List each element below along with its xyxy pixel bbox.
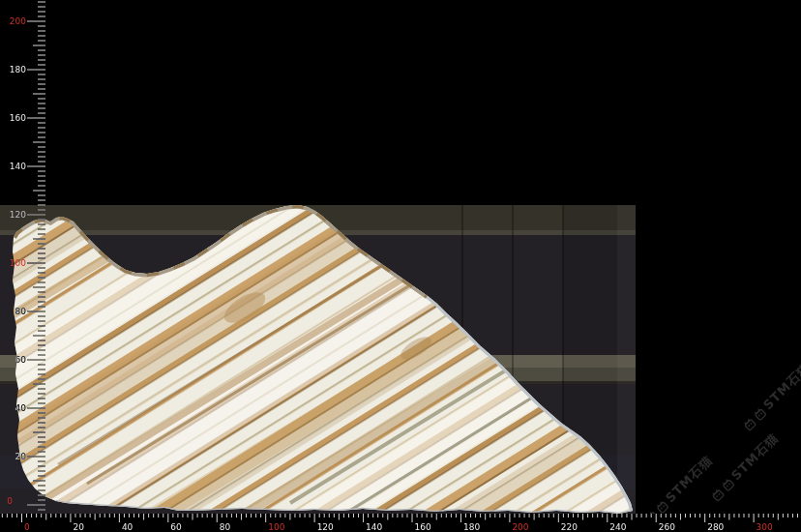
- bed-band-low: [0, 455, 636, 489]
- watermark-text: STM石猫: [759, 359, 801, 414]
- bottom-ruler-strip: [0, 514, 801, 532]
- watermark-text: STM石猫: [727, 429, 783, 485]
- ruler-label: 180: [10, 65, 26, 74]
- bed-band-mid-light: [0, 355, 636, 368]
- bed-band-mid-edge: [0, 381, 636, 384]
- ruler-label: 200: [10, 16, 26, 26]
- bed-band-top: [0, 205, 636, 230]
- bed-edge-column: [617, 205, 636, 514]
- bed-seam: [461, 205, 463, 514]
- bed-seam: [512, 205, 514, 514]
- scan-bed: [0, 205, 636, 514]
- watermark: STM石猫: [707, 429, 783, 505]
- scanner-viewport: STM石猫STM石猫STM石猫 204060801201401601802202…: [0, 0, 801, 532]
- ruler-label: 160: [10, 113, 26, 123]
- watermark: STM石猫: [739, 359, 801, 434]
- bed-band-top-edge: [0, 230, 636, 235]
- watermark-text: STM石猫: [662, 452, 717, 507]
- bed-band-mid-dark: [0, 368, 636, 381]
- ruler-label: 140: [10, 162, 26, 171]
